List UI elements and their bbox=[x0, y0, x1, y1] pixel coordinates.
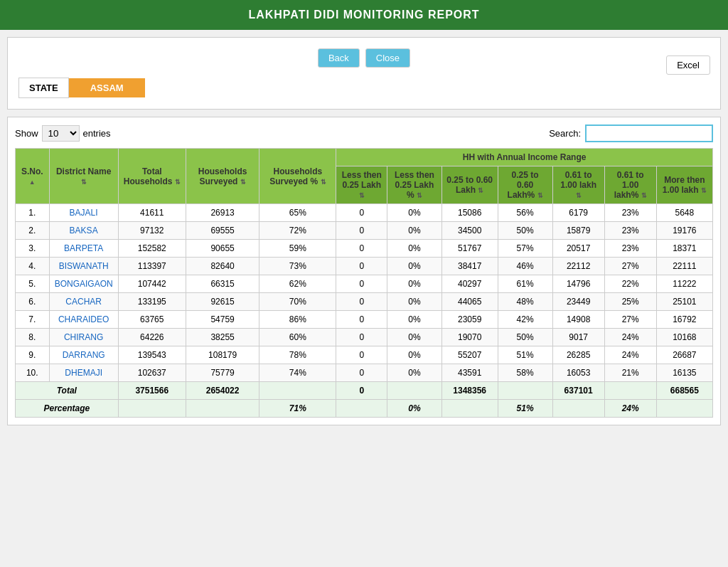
cell-025060pct: 42% bbox=[498, 311, 552, 329]
cell-061100: 14908 bbox=[552, 311, 604, 329]
cell-mt100: 16135 bbox=[656, 364, 712, 382]
cell-hh-pct: 73% bbox=[259, 258, 336, 275]
cell-061100: 26285 bbox=[552, 346, 604, 364]
pct-label: Percentage bbox=[44, 403, 90, 413]
total-lt025: 0 bbox=[336, 382, 387, 400]
cell-hh-pct: 59% bbox=[259, 240, 336, 258]
pct-061100pct: 24% bbox=[604, 400, 656, 418]
table-row: 8. CHIRANG 64226 38255 60% 0 0% 19070 50… bbox=[16, 329, 713, 346]
cell-sno: 2. bbox=[16, 222, 50, 240]
cell-lt025pct: 0% bbox=[387, 329, 441, 346]
cell-district[interactable]: DHEMAJI bbox=[49, 364, 118, 382]
total-025060pct bbox=[498, 382, 552, 400]
cell-hh-pct: 72% bbox=[259, 222, 336, 240]
cell-hh-pct: 74% bbox=[259, 364, 336, 382]
pct-lt025pct: 0% bbox=[387, 400, 441, 418]
total-row: Total 3751566 2654022 0 1348356 637101 6… bbox=[16, 382, 713, 400]
cell-total-hh: 64226 bbox=[118, 329, 186, 346]
cell-025060pct: 51% bbox=[498, 346, 552, 364]
cell-025060pct: 50% bbox=[498, 329, 552, 346]
cell-lt025pct: 0% bbox=[387, 222, 441, 240]
total-025060: 1348356 bbox=[441, 382, 498, 400]
cell-025060: 44065 bbox=[441, 293, 498, 311]
col-mt100: More then 1.00 lakh ⇅ bbox=[656, 166, 712, 204]
cell-total-hh: 102637 bbox=[118, 364, 186, 382]
cell-061100: 9017 bbox=[552, 329, 604, 346]
cell-lt025pct: 0% bbox=[387, 311, 441, 329]
search-input[interactable] bbox=[585, 124, 713, 142]
cell-hh-surveyed: 54759 bbox=[186, 311, 259, 329]
cell-hh-pct: 78% bbox=[259, 346, 336, 364]
cell-hh-surveyed: 108179 bbox=[186, 346, 259, 364]
cell-district[interactable]: BAKSA bbox=[49, 222, 118, 240]
cell-025060pct: 57% bbox=[498, 240, 552, 258]
cell-total-hh: 41611 bbox=[118, 204, 186, 222]
cell-hh-pct: 65% bbox=[259, 204, 336, 222]
cell-061100pct: 24% bbox=[604, 329, 656, 346]
cell-district[interactable]: BAJALI bbox=[49, 204, 118, 222]
pct-025060 bbox=[441, 400, 498, 418]
cell-district[interactable]: BARPETA bbox=[49, 240, 118, 258]
pct-hh-surveyed bbox=[186, 400, 259, 418]
cell-sno: 6. bbox=[16, 293, 50, 311]
cell-total-hh: 63765 bbox=[118, 311, 186, 329]
excel-button[interactable]: Excel bbox=[666, 55, 710, 75]
page-title: LAKHPATI DIDI MONITORING REPORT bbox=[0, 0, 728, 30]
table-row: 5. BONGAIGAON 107442 66315 62% 0 0% 4029… bbox=[16, 275, 713, 293]
col-061100pct: 0.61 to 1.00 lakh% ⇅ bbox=[604, 166, 656, 204]
pct-mt100 bbox=[656, 400, 712, 418]
cell-lt025pct: 0% bbox=[387, 275, 441, 293]
cell-sno: 7. bbox=[16, 311, 50, 329]
cell-061100pct: 27% bbox=[604, 258, 656, 275]
col-income-range-header: HH with Annual Income Range bbox=[336, 149, 713, 166]
total-hh-pct bbox=[259, 382, 336, 400]
total-lt025pct bbox=[387, 382, 441, 400]
cell-total-hh: 152582 bbox=[118, 240, 186, 258]
cell-lt025: 0 bbox=[336, 275, 387, 293]
close-button[interactable]: Close bbox=[365, 48, 410, 68]
back-button[interactable]: Back bbox=[318, 48, 360, 68]
cell-sno: 5. bbox=[16, 275, 50, 293]
cell-district[interactable]: BONGAIGAON bbox=[49, 275, 118, 293]
total-mt100: 668565 bbox=[656, 382, 712, 400]
cell-025060: 40297 bbox=[441, 275, 498, 293]
cell-mt100: 26687 bbox=[656, 346, 712, 364]
total-total-hh: 3751566 bbox=[118, 382, 186, 400]
cell-061100pct: 22% bbox=[604, 275, 656, 293]
cell-total-hh: 107442 bbox=[118, 275, 186, 293]
total-label: Total bbox=[57, 386, 77, 396]
table-row: 1. BAJALI 41611 26913 65% 0 0% 15086 56%… bbox=[16, 204, 713, 222]
cell-hh-pct: 70% bbox=[259, 293, 336, 311]
table-row: 2. BAKSA 97132 69555 72% 0 0% 34500 50% … bbox=[16, 222, 713, 240]
cell-mt100: 11222 bbox=[656, 275, 712, 293]
cell-lt025: 0 bbox=[336, 311, 387, 329]
cell-061100pct: 23% bbox=[604, 240, 656, 258]
cell-total-hh: 133195 bbox=[118, 293, 186, 311]
cell-lt025: 0 bbox=[336, 222, 387, 240]
total-061100: 637101 bbox=[552, 382, 604, 400]
cell-lt025pct: 0% bbox=[387, 204, 441, 222]
cell-lt025pct: 0% bbox=[387, 258, 441, 275]
cell-061100pct: 24% bbox=[604, 346, 656, 364]
cell-025060: 34500 bbox=[441, 222, 498, 240]
cell-061100pct: 23% bbox=[604, 222, 656, 240]
col-061100: 0.61 to 1.00 lakh ⇅ bbox=[552, 166, 604, 204]
cell-025060pct: 58% bbox=[498, 364, 552, 382]
cell-025060: 15086 bbox=[441, 204, 498, 222]
cell-mt100: 18371 bbox=[656, 240, 712, 258]
entries-select[interactable]: 10 25 50 100 bbox=[42, 125, 80, 142]
cell-061100pct: 21% bbox=[604, 364, 656, 382]
cell-061100: 15879 bbox=[552, 222, 604, 240]
cell-district[interactable]: CACHAR bbox=[49, 293, 118, 311]
col-lt025: Less then 0.25 Lakh ⇅ bbox=[336, 166, 387, 204]
col-district: District Name ⇅ bbox=[49, 149, 118, 204]
cell-district[interactable]: DARRANG bbox=[49, 346, 118, 364]
col-025060pct: 0.25 to 0.60 Lakh% ⇅ bbox=[498, 166, 552, 204]
cell-district[interactable]: CHARAIDEO bbox=[49, 311, 118, 329]
cell-district[interactable]: BISWANATH bbox=[49, 258, 118, 275]
cell-district[interactable]: CHIRANG bbox=[49, 329, 118, 346]
cell-hh-surveyed: 75779 bbox=[186, 364, 259, 382]
table-row: 3. BARPETA 152582 90655 59% 0 0% 51767 5… bbox=[16, 240, 713, 258]
cell-lt025: 0 bbox=[336, 329, 387, 346]
cell-sno: 8. bbox=[16, 329, 50, 346]
